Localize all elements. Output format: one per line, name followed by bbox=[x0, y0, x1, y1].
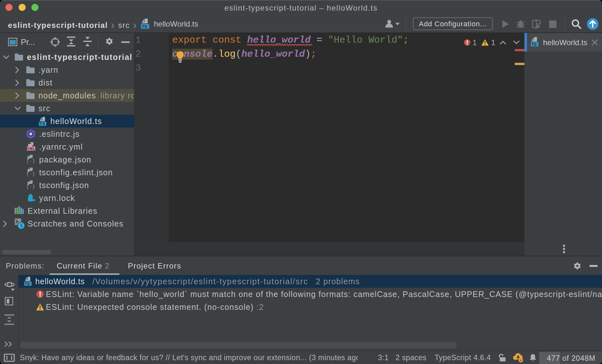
svg-text:YML: YML bbox=[27, 147, 35, 151]
